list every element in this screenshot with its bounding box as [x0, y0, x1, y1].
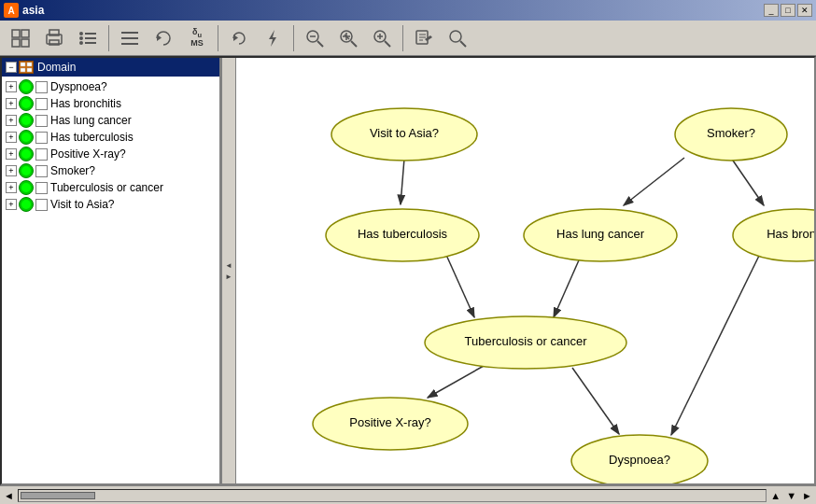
vertical-splitter[interactable]: ◄ ► [221, 58, 236, 483]
arrow-right[interactable]: ► [802, 490, 812, 501]
statusbar-nav[interactable]: ▲ ▼ ► [770, 490, 812, 501]
expand-icon-dyspnoea[interactable]: + [6, 81, 17, 92]
label-smoker: Smoker? [707, 126, 755, 140]
svg-marker-17 [233, 35, 238, 41]
sidebar-item-dyspnoea[interactable]: + Dyspnoea? [2, 78, 219, 95]
label-positive-xray: Positive X-ray? [349, 415, 430, 429]
ms-button[interactable]: δu MS [182, 23, 212, 53]
sidebar-item-visit-asia[interactable]: + Visit to Asia? [2, 196, 219, 213]
checkbox-lung-cancer[interactable] [35, 115, 48, 127]
svg-point-9 [79, 41, 83, 45]
refresh-button[interactable] [224, 23, 254, 53]
expand-icon-smoker[interactable]: + [6, 165, 17, 176]
checkbox-visit-asia[interactable] [35, 199, 48, 211]
status-icon-smoker [19, 163, 34, 178]
horizontal-scrollbar[interactable] [18, 489, 767, 502]
print-button[interactable] [39, 23, 69, 53]
zoom-in-button[interactable] [367, 23, 397, 53]
expand-icon-lung-cancer[interactable]: + [6, 115, 17, 126]
toolbar: δu MS [0, 21, 816, 56]
svg-line-37 [460, 41, 466, 47]
domain-icon [19, 61, 34, 74]
svg-line-26 [351, 41, 357, 47]
right-panel[interactable]: Visit to Asia? Smoker? Has tuberculosis … [236, 58, 814, 483]
status-icon-bronchitis [19, 96, 34, 111]
sidebar-item-tuberculosis[interactable]: + Has tuberculosis [2, 129, 219, 146]
checkbox-bronchitis[interactable] [35, 98, 48, 110]
svg-line-21 [317, 41, 323, 47]
svg-rect-11 [85, 37, 96, 39]
separator-2 [218, 25, 218, 51]
domain-label: Domain [37, 61, 76, 74]
checkbox-dyspnoea[interactable] [35, 81, 48, 93]
svg-line-44 [624, 158, 684, 205]
checkbox-positive-xray[interactable] [35, 148, 48, 161]
arrow-up[interactable]: ▲ [770, 490, 781, 501]
window-controls[interactable]: _ □ ✕ [764, 4, 812, 17]
title-bar-left: A asia [4, 3, 44, 18]
expand-icon-positive-xray[interactable]: + [6, 148, 17, 160]
zoom-out-button[interactable] [300, 23, 330, 53]
svg-line-30 [385, 41, 390, 47]
close-button[interactable]: ✕ [797, 4, 812, 17]
sidebar-item-smoker[interactable]: + Smoker? [2, 162, 219, 179]
layout-button[interactable] [73, 23, 103, 53]
label-lung-cancer: Has lung cancer [50, 114, 132, 127]
minimize-button[interactable]: _ [764, 4, 779, 17]
checkbox-tuberculosis[interactable] [35, 132, 48, 144]
label-tb-or-cancer: Tuberculosis or cancer [50, 181, 163, 194]
svg-line-48 [428, 366, 484, 398]
svg-rect-0 [12, 30, 20, 37]
label-tb-cancer: Tuberculosis or cancer [464, 334, 587, 348]
sidebar-item-tb-or-cancer[interactable]: + Tuberculosis or cancer [2, 179, 219, 196]
arrow-down[interactable]: ▼ [786, 490, 796, 501]
label-tuberculosis: Has tuberculosis [50, 131, 134, 144]
svg-marker-18 [269, 30, 276, 47]
separator-3 [293, 25, 294, 51]
status-icon-tb-or-cancer [19, 180, 34, 195]
window-title: asia [22, 4, 44, 17]
expand-icon-visit-asia[interactable]: + [6, 199, 17, 210]
scrollbar-thumb[interactable] [21, 492, 95, 499]
label-positive-xray: Positive X-ray? [50, 147, 126, 161]
sidebar-item-lung-cancer[interactable]: + Has lung cancer [2, 112, 219, 129]
view-button[interactable] [6, 23, 35, 53]
rotate-button[interactable] [148, 23, 178, 53]
svg-line-49 [572, 368, 619, 434]
canvas-area[interactable]: Visit to Asia? Smoker? Has tuberculosis … [236, 58, 814, 483]
label-dyspnoea: Dyspnoea? [609, 453, 670, 467]
svg-rect-3 [21, 39, 29, 47]
svg-rect-12 [85, 42, 96, 44]
label-tuberculosis: Has tuberculosis [358, 227, 448, 241]
edit-button[interactable] [409, 23, 439, 53]
svg-rect-40 [21, 68, 25, 72]
svg-point-8 [79, 36, 83, 40]
zoom-fit-button[interactable] [333, 23, 363, 53]
checkbox-tb-or-cancer[interactable] [35, 182, 48, 194]
graph-svg: Visit to Asia? Smoker? Has tuberculosis … [236, 58, 814, 483]
sidebar-item-bronchitis[interactable]: + Has bronchitis [2, 95, 219, 112]
label-smoker: Smoker? [50, 164, 95, 177]
svg-rect-10 [85, 33, 96, 35]
checkbox-smoker[interactable] [35, 165, 48, 177]
maximize-button[interactable]: □ [781, 4, 795, 17]
arrow-left[interactable]: ◄ [4, 490, 14, 501]
svg-rect-13 [121, 32, 138, 34]
expand-icon-tb-or-cancer[interactable]: + [6, 182, 17, 193]
expand-icon-bronchitis[interactable]: + [6, 98, 17, 109]
svg-marker-35 [425, 35, 432, 41]
svg-rect-39 [27, 63, 32, 66]
svg-rect-15 [121, 43, 138, 45]
lightning-button[interactable] [258, 23, 288, 53]
svg-line-43 [401, 159, 404, 204]
align-button[interactable] [115, 23, 145, 53]
statusbar-arrows[interactable]: ◄ [4, 490, 14, 501]
expand-icon-tuberculosis[interactable]: + [6, 132, 17, 143]
sidebar-item-positive-xray[interactable]: + Positive X-ray? [2, 146, 219, 162]
status-icon-dyspnoea [19, 79, 34, 94]
collapse-button[interactable]: − [6, 62, 17, 73]
search-button[interactable] [443, 23, 472, 53]
label-dyspnoea: Dyspnoea? [50, 80, 107, 93]
tree-body[interactable]: + Dyspnoea? + Has bronchitis + Has lung … [2, 77, 219, 483]
app-icon: A [4, 3, 19, 18]
